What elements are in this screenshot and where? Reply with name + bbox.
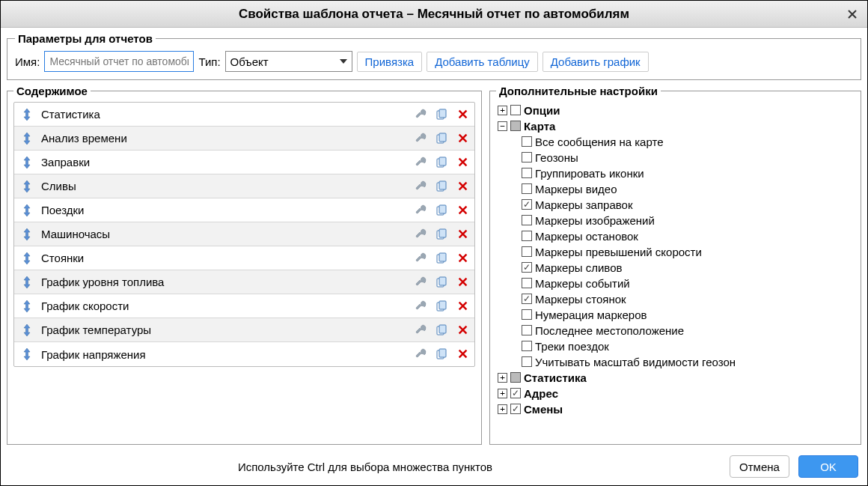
copy-icon[interactable] (434, 131, 449, 146)
drag-handle-icon[interactable] (20, 179, 34, 194)
delete-icon[interactable]: ✕ (455, 323, 470, 338)
checkbox[interactable] (522, 183, 532, 194)
expand-icon[interactable]: + (498, 106, 507, 115)
wrench-icon[interactable] (413, 227, 428, 242)
checkbox[interactable] (522, 341, 532, 351)
expand-icon[interactable]: + (498, 389, 507, 398)
checkbox[interactable] (522, 278, 532, 288)
content-row[interactable]: Анализ времени✕ (14, 127, 474, 151)
tree-row[interactable]: Последнее местоположение (522, 323, 855, 338)
wrench-icon[interactable] (413, 155, 428, 170)
checkbox[interactable] (522, 356, 532, 367)
add-chart-button[interactable]: Добавить график (542, 52, 649, 72)
type-select[interactable]: Объект (225, 51, 352, 72)
drag-handle-icon[interactable] (20, 275, 34, 290)
drag-handle-icon[interactable] (20, 299, 34, 314)
delete-icon[interactable]: ✕ (455, 299, 470, 314)
wrench-icon[interactable] (413, 131, 428, 146)
checkbox[interactable] (510, 404, 521, 414)
checkbox[interactable] (522, 246, 532, 257)
ok-button[interactable]: OK (798, 455, 858, 478)
checkbox[interactable] (510, 121, 521, 131)
checkbox[interactable] (522, 168, 532, 178)
collapse-icon[interactable]: − (498, 121, 507, 131)
wrench-icon[interactable] (413, 347, 428, 362)
drag-handle-icon[interactable] (20, 227, 34, 242)
delete-icon[interactable]: ✕ (455, 347, 470, 362)
delete-icon[interactable]: ✕ (455, 131, 470, 146)
tree-row[interactable]: Маркеры событий (522, 276, 855, 291)
delete-icon[interactable]: ✕ (455, 227, 470, 242)
checkbox[interactable] (510, 388, 521, 398)
wrench-icon[interactable] (413, 203, 428, 218)
copy-icon[interactable] (434, 179, 449, 194)
wrench-icon[interactable] (413, 275, 428, 290)
drag-handle-icon[interactable] (20, 131, 34, 146)
content-row[interactable]: Стоянки✕ (14, 246, 474, 270)
checkbox[interactable] (522, 152, 532, 162)
wrench-icon[interactable] (413, 179, 428, 194)
copy-icon[interactable] (434, 155, 449, 170)
copy-icon[interactable] (434, 275, 449, 290)
tree-row[interactable]: +Статистика (498, 370, 855, 385)
tree-row[interactable]: Маркеры превышений скорости (522, 244, 855, 259)
tree-row[interactable]: Группировать иконки (522, 165, 855, 180)
checkbox[interactable] (522, 136, 532, 147)
delete-icon[interactable]: ✕ (455, 275, 470, 290)
content-row[interactable]: Машиночасы✕ (14, 222, 474, 246)
tree-row[interactable]: Маркеры видео (522, 181, 855, 196)
tree-row[interactable]: +Опции (498, 103, 855, 118)
drag-handle-icon[interactable] (20, 155, 34, 170)
checkbox[interactable] (522, 294, 532, 304)
copy-icon[interactable] (434, 347, 449, 362)
drag-handle-icon[interactable] (20, 347, 34, 362)
cancel-button[interactable]: Отмена (730, 455, 789, 478)
delete-icon[interactable]: ✕ (455, 155, 470, 170)
expand-icon[interactable]: + (498, 404, 507, 414)
checkbox[interactable] (522, 325, 532, 335)
tree-row[interactable]: −Карта (498, 118, 855, 133)
tree-row[interactable]: Маркеры остановок (522, 228, 855, 243)
tree-row[interactable]: Маркеры сливов (522, 260, 855, 275)
checkbox[interactable] (522, 231, 532, 241)
copy-icon[interactable] (434, 227, 449, 242)
drag-handle-icon[interactable] (20, 203, 34, 218)
content-row[interactable]: Статистика✕ (14, 103, 474, 127)
wrench-icon[interactable] (413, 107, 428, 122)
close-icon[interactable] (845, 7, 860, 22)
bind-button[interactable]: Привязка (357, 52, 423, 72)
content-row[interactable]: График уровня топлива✕ (14, 270, 474, 294)
tree-row[interactable]: Нумерация маркеров (522, 307, 855, 322)
copy-icon[interactable] (434, 107, 449, 122)
checkbox[interactable] (522, 199, 532, 210)
delete-icon[interactable]: ✕ (455, 251, 470, 266)
checkbox[interactable] (522, 309, 532, 320)
content-row[interactable]: Сливы✕ (14, 174, 474, 198)
content-row[interactable]: Заправки✕ (14, 151, 474, 174)
checkbox[interactable] (510, 372, 521, 383)
wrench-icon[interactable] (413, 323, 428, 338)
drag-handle-icon[interactable] (20, 323, 34, 338)
copy-icon[interactable] (434, 251, 449, 266)
copy-icon[interactable] (434, 203, 449, 218)
tree-row[interactable]: Геозоны (522, 150, 855, 165)
tree-row[interactable]: Треки поездок (522, 338, 855, 353)
add-table-button[interactable]: Добавить таблицу (427, 52, 538, 72)
drag-handle-icon[interactable] (20, 251, 34, 266)
delete-icon[interactable]: ✕ (455, 107, 470, 122)
drag-handle-icon[interactable] (20, 107, 34, 122)
wrench-icon[interactable] (413, 299, 428, 314)
content-row[interactable]: График скорости✕ (14, 294, 474, 318)
content-row[interactable]: Поездки✕ (14, 198, 474, 222)
expand-icon[interactable]: + (498, 373, 507, 383)
tree-row[interactable]: +Смены (498, 401, 855, 416)
tree-row[interactable]: Маркеры заправок (522, 197, 855, 212)
checkbox[interactable] (522, 262, 532, 273)
wrench-icon[interactable] (413, 251, 428, 266)
content-row[interactable]: График напряжения✕ (14, 342, 474, 366)
name-input[interactable] (44, 51, 194, 72)
tree-row[interactable]: Маркеры изображений (522, 213, 855, 228)
copy-icon[interactable] (434, 299, 449, 314)
tree-row[interactable]: Маркеры стоянок (522, 291, 855, 306)
copy-icon[interactable] (434, 323, 449, 338)
